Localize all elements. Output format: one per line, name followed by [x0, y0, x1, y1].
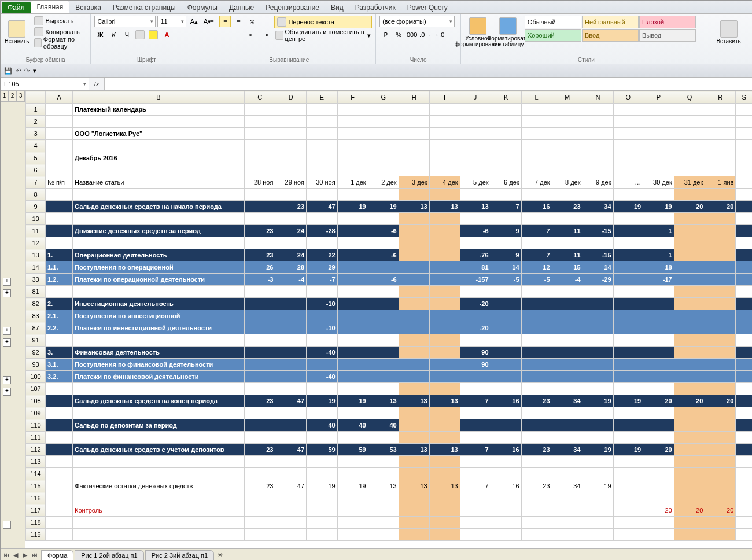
- cell-O5[interactable]: [613, 152, 643, 164]
- cell-N111[interactable]: [583, 432, 613, 444]
- cell-R2[interactable]: [705, 116, 736, 128]
- cell-K114[interactable]: [491, 468, 521, 480]
- col-header-I[interactable]: I: [429, 91, 460, 104]
- cell-B10[interactable]: [73, 213, 245, 225]
- outline-level-3[interactable]: 3: [17, 91, 25, 101]
- cell-M83[interactable]: [552, 310, 583, 322]
- cell-A119[interactable]: [46, 529, 73, 541]
- cell-K6[interactable]: [491, 164, 521, 176]
- format-painter-button[interactable]: Формат по образцу: [33, 38, 87, 48]
- cell-S108[interactable]: [736, 395, 752, 407]
- row-header-14[interactable]: 14: [26, 261, 46, 274]
- cell-H3[interactable]: [399, 128, 429, 140]
- cell-O81[interactable]: [613, 286, 643, 298]
- cell-Q8[interactable]: [674, 189, 705, 201]
- cell-P100[interactable]: [643, 371, 674, 383]
- cell-G119[interactable]: [368, 529, 399, 541]
- cell-J4[interactable]: [460, 140, 491, 152]
- cell-Q109[interactable]: [674, 407, 705, 419]
- cell-G113[interactable]: [368, 456, 399, 468]
- cell-Q92[interactable]: [674, 347, 705, 359]
- cell-K81[interactable]: [491, 286, 521, 298]
- cell-A110[interactable]: [46, 419, 73, 432]
- sheet-tab-Рис-1-2ой-абзац-п1[interactable]: Рис 1 2ой абзац п1: [75, 550, 143, 560]
- cell-C10[interactable]: [244, 213, 275, 225]
- cell-L1[interactable]: [521, 104, 552, 116]
- cell-S81[interactable]: [736, 286, 752, 298]
- cell-E13[interactable]: 22: [307, 249, 338, 261]
- cell-J82[interactable]: -20: [460, 298, 491, 310]
- cell-P116[interactable]: [643, 492, 674, 504]
- cell-I93[interactable]: [429, 359, 460, 371]
- tab-разметка-страницы[interactable]: Разметка страницы: [107, 2, 182, 13]
- cell-C13[interactable]: 23: [244, 249, 275, 261]
- cell-C119[interactable]: [244, 529, 275, 541]
- cell-I118[interactable]: [429, 517, 460, 529]
- dec-decimal-button[interactable]: →.0: [433, 29, 444, 40]
- cell-I82[interactable]: [429, 298, 460, 310]
- cell-Q100[interactable]: [674, 371, 705, 383]
- cell-S5[interactable]: [736, 152, 752, 164]
- cell-B107[interactable]: [73, 383, 245, 395]
- cell-Q112[interactable]: [674, 444, 705, 456]
- cell-A93[interactable]: 3.1.: [46, 359, 73, 371]
- cell-I14[interactable]: [429, 261, 460, 274]
- row-header-81[interactable]: 81: [26, 286, 46, 298]
- cell-J9[interactable]: 13: [460, 201, 491, 213]
- cell-S114[interactable]: [736, 468, 752, 480]
- cell-K100[interactable]: [491, 371, 521, 383]
- cell-A4[interactable]: [46, 140, 73, 152]
- outline-toggle[interactable]: +: [3, 376, 11, 384]
- cell-J7[interactable]: 5 дек: [460, 176, 491, 189]
- cell-P118[interactable]: [643, 517, 674, 529]
- cell-H115[interactable]: 13: [399, 480, 429, 492]
- cell-A116[interactable]: [46, 492, 73, 504]
- cell-B13[interactable]: Операционная деятельность: [73, 249, 245, 261]
- cell-R118[interactable]: [705, 517, 736, 529]
- cell-S10[interactable]: [736, 213, 752, 225]
- cell-M112[interactable]: 34: [552, 444, 583, 456]
- cell-I5[interactable]: [429, 152, 460, 164]
- cell-G83[interactable]: [368, 310, 399, 322]
- cell-Q117[interactable]: -20: [674, 504, 705, 517]
- cell-I11[interactable]: [429, 225, 460, 237]
- cell-A8[interactable]: [46, 189, 73, 201]
- cell-S100[interactable]: [736, 371, 752, 383]
- cell-J118[interactable]: [460, 517, 491, 529]
- cell-C9[interactable]: [244, 201, 275, 213]
- cell-Q7[interactable]: 31 дек: [674, 176, 705, 189]
- cell-B12[interactable]: [73, 237, 245, 249]
- cell-S12[interactable]: [736, 237, 752, 249]
- cell-E87[interactable]: -10: [307, 322, 338, 334]
- cell-H93[interactable]: [399, 359, 429, 371]
- cell-G11[interactable]: -6: [368, 225, 399, 237]
- cell-L114[interactable]: [521, 468, 552, 480]
- cell-A118[interactable]: [46, 517, 73, 529]
- outline-toggle[interactable]: −: [3, 521, 11, 529]
- cell-N119[interactable]: [583, 529, 613, 541]
- cell-E100[interactable]: -40: [307, 371, 338, 383]
- row-header-8[interactable]: 8: [26, 189, 46, 201]
- cell-J119[interactable]: [460, 529, 491, 541]
- orientation-button[interactable]: ⤭: [246, 16, 257, 27]
- cell-C116[interactable]: [244, 492, 275, 504]
- tab-file[interactable]: Файл: [2, 2, 31, 13]
- cell-M110[interactable]: [552, 419, 583, 432]
- cell-R110[interactable]: [705, 419, 736, 432]
- col-header-C[interactable]: C: [244, 91, 275, 104]
- cell-K110[interactable]: [491, 419, 521, 432]
- cell-O4[interactable]: [613, 140, 643, 152]
- cell-A83[interactable]: 2.1.: [46, 310, 73, 322]
- cell-M9[interactable]: 23: [552, 201, 583, 213]
- cell-C108[interactable]: 23: [244, 395, 275, 407]
- row-header-1[interactable]: 1: [26, 104, 46, 116]
- cell-D109[interactable]: [275, 407, 307, 419]
- col-header-M[interactable]: M: [552, 91, 583, 104]
- outline-toggle[interactable]: +: [3, 338, 11, 347]
- cell-A2[interactable]: [46, 116, 73, 128]
- cell-D115[interactable]: 47: [275, 480, 307, 492]
- cell-F81[interactable]: [337, 286, 368, 298]
- cell-J116[interactable]: [460, 492, 491, 504]
- cell-G5[interactable]: [368, 152, 399, 164]
- cell-N1[interactable]: [583, 104, 613, 116]
